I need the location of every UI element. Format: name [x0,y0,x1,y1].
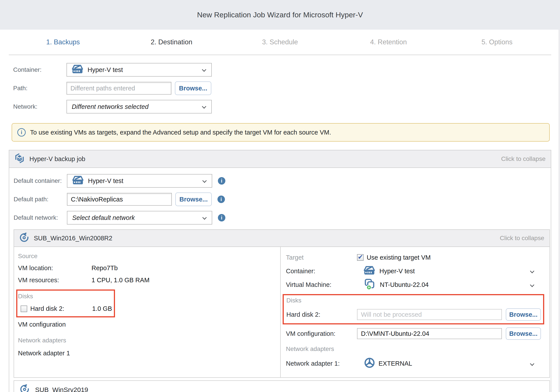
target-network-adapter-label: Network adapter 1: [286,360,357,367]
target-header: Target [286,254,357,261]
chevron-down-icon [202,67,206,72]
scrollbar-gutter[interactable] [559,30,560,392]
target-disks-annotation-box: Disks Hard disk 2: Browse... [283,294,544,324]
target-container-value: Hyper-V test [380,268,415,275]
backup-job-title: Hyper-V backup job [30,155,85,163]
vm-subpanel: SUB_Win2016_Win2008R2 Click to collapse … [14,229,550,378]
chevron-down-icon[interactable] [530,269,534,273]
target-disks-header: Disks [286,297,543,304]
hyperv-host-icon [72,64,83,76]
wizard-titlebar: New Replication Job Wizard for Microsoft… [0,0,560,30]
target-hard-disk-input[interactable] [357,309,502,320]
collapse-hint[interactable]: Click to collapse [501,155,546,162]
use-existing-target-vm-label: Use existing target VM [367,254,431,261]
tab-destination[interactable]: 2. Destination [117,38,226,46]
info-banner: i To use existing VMs as targets, expand… [12,123,550,141]
default-container-row: Default container: Hyper-V t [14,174,551,188]
default-path-info-icon[interactable]: i [218,196,225,203]
tab-schedule[interactable]: 3. Schedule [226,38,334,46]
default-container-label: Default container: [14,177,67,184]
hard-disk-size: 1.0 GB [92,305,112,312]
default-path-input[interactable] [67,193,172,206]
hard-disk-checkbox[interactable] [21,305,27,312]
network-row: Network: Different networks selected [13,100,560,113]
default-path-browse-button[interactable]: Browse... [175,192,212,206]
source-disks-header: Disks [18,293,114,300]
target-hard-disk-browse-button[interactable]: Browse... [506,308,541,321]
use-existing-target-vm-checkbox[interactable] [357,254,364,261]
network-select[interactable]: Different networks selected [67,100,212,113]
default-network-row: Default network: Select default network … [14,211,551,224]
source-vm-configuration: VM configuration [18,321,280,328]
backup-job-panel-body: Default container: Hyper-V t [9,168,551,392]
target-vm-configuration-browse-button[interactable]: Browse... [506,327,541,340]
target-vm-configuration-row: VM configuration: Browse... [286,327,550,340]
target-container-row[interactable]: Container: [286,265,550,277]
target-network-adapter-value: EXTERNAL [379,360,412,367]
hard-disk-label: Hard disk 2: [30,305,92,312]
container-select[interactable]: Hyper-V test [67,63,212,77]
replication-point-icon [20,384,30,392]
target-vm-configuration-label: VM configuration: [286,330,357,337]
vm-resources-row: VM resources: 1 CPU, 1.0 GB RAM [18,277,280,284]
vm-location-label: VM location: [18,264,91,272]
path-browse-button[interactable]: Browse... [175,81,211,95]
default-path-label: Default path: [14,196,67,203]
target-virtual-machine-row[interactable]: Virtual Machine: NT-Ubuntu-22.04 [286,278,550,291]
source-column: Source VM location: Repo7Tb VM resources… [14,247,281,377]
path-row: Path: Browse... [13,81,560,95]
virtual-machine-value: NT-Ubuntu-22.04 [380,281,429,288]
source-hard-disk-row: Hard disk 2: 1.0 GB [21,305,114,312]
source-target-columns: Source VM location: Repo7Tb VM resources… [14,247,550,377]
path-label: Path: [13,85,67,92]
target-container-label: Container: [286,268,357,275]
source-disks-annotation-box: Disks Hard disk 2: 1.0 GB [16,290,115,317]
backup-job-panel: Hyper-V backup job Click to collapse Def… [9,150,551,392]
chevron-down-icon [202,104,206,109]
collapsed-vm-bar[interactable]: SUB_WinSrv2019 [14,380,550,392]
tab-options[interactable]: 5. Options [443,38,551,46]
vm-subpanel-title: SUB_Win2016_Win2008R2 [34,235,112,242]
source-network-adapter: Network adapter 1 [18,350,280,357]
default-path-row: Default path: Browse... i [14,192,551,206]
use-existing-target-row: Target Use existing target VM [286,253,550,262]
container-row: Container: Hyper-V test [13,63,560,77]
replication-point-icon [19,233,29,244]
backup-job-panel-header[interactable]: Hyper-V backup job Click to collapse [9,150,551,168]
vm-subpanel-header[interactable]: SUB_Win2016_Win2008R2 Click to collapse [14,230,550,247]
tab-retention[interactable]: 4. Retention [334,38,443,46]
default-container-select[interactable]: Hyper-V test [67,174,212,188]
chevron-down-icon[interactable] [530,283,534,287]
default-network-select[interactable]: Select default network [67,211,212,224]
replication-job-wizard: New Replication Job Wizard for Microsoft… [0,0,560,392]
target-network-adapter-row[interactable]: Network adapter 1: EXTERNAL [286,357,550,370]
default-container-info-icon[interactable]: i [218,177,225,185]
default-network-info-icon[interactable]: i [218,214,225,221]
default-network-value: Select default network [72,214,135,221]
collapsed-vm-title: SUB_WinSrv2019 [35,386,88,392]
vm-resources-value: 1 CPU, 1.0 GB RAM [91,277,150,284]
vm-running-icon [364,278,375,291]
target-hard-disk-row: Hard disk 2: Browse... [286,308,543,321]
destination-defaults-form: Container: Hyper-V test [0,55,560,113]
tab-backups[interactable]: 1. Backups [9,38,117,46]
page-title: New Replication Job Wizard for Microsoft… [197,10,363,19]
backup-job-icon [14,153,25,165]
hyperv-host-icon [364,266,375,277]
network-value: Different networks selected [72,103,149,111]
source-header: Source [18,253,280,260]
vm-location-value: Repo7Tb [91,264,118,272]
chevron-down-icon [202,179,207,183]
target-vm-configuration-input[interactable] [357,328,502,339]
default-network-label: Default network: [14,214,67,221]
target-hard-disk-label: Hard disk 2: [286,311,357,318]
default-container-value: Hyper-V test [88,177,123,185]
path-input[interactable] [67,82,171,95]
vm-resources-label: VM resources: [18,277,91,284]
collapse-hint[interactable]: Click to collapse [500,235,544,242]
network-label: Network: [13,103,67,110]
container-value: Hyper-V test [88,66,123,73]
chevron-down-icon[interactable] [530,362,534,366]
info-icon: i [17,128,26,137]
chevron-down-icon [202,215,207,220]
